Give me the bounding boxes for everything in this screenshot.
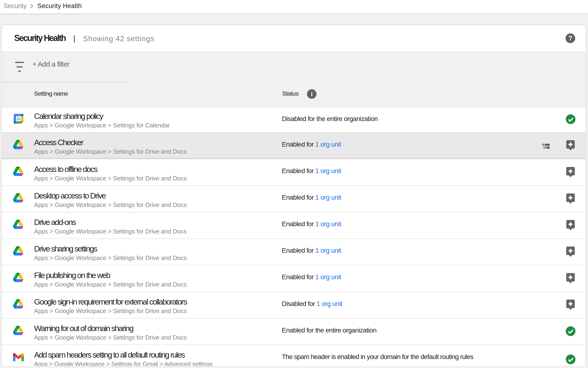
svg-text:31: 31 — [16, 117, 21, 121]
